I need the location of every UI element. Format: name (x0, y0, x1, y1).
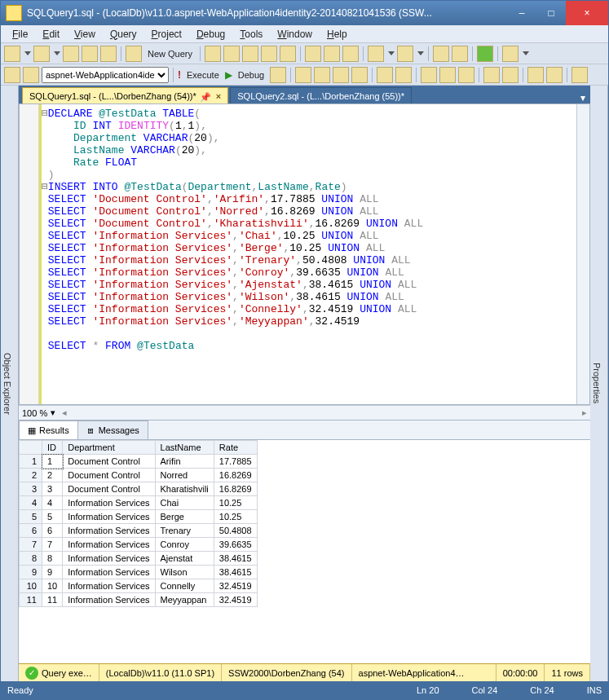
cell[interactable]: Information Services (63, 579, 155, 593)
cell[interactable]: Trenary (155, 524, 214, 538)
menu-project[interactable]: Project (145, 27, 188, 42)
cell[interactable]: Chai (155, 496, 214, 510)
dmx-query-icon[interactable] (261, 46, 277, 62)
query-options-icon[interactable] (333, 67, 349, 83)
connect-icon[interactable] (4, 67, 20, 83)
row-number[interactable]: 7 (20, 538, 42, 552)
save-icon[interactable] (82, 46, 98, 62)
cell[interactable]: Meyyappan (155, 593, 214, 607)
cell[interactable]: Information Services (63, 538, 155, 552)
cell[interactable]: Information Services (63, 566, 155, 579)
row-number[interactable]: 1 (20, 455, 42, 469)
cancel-query-icon[interactable] (270, 67, 286, 83)
save-all-icon[interactable] (100, 46, 117, 62)
cell[interactable]: 10.25 (214, 510, 257, 524)
new-query-label[interactable]: New Query (144, 49, 196, 59)
cell[interactable]: Document Control (63, 482, 155, 496)
cell[interactable]: 16.8269 (214, 469, 257, 482)
row-number[interactable]: 9 (20, 566, 42, 579)
xmla-query-icon[interactable] (280, 46, 296, 62)
zoom-level[interactable]: 100 % (22, 408, 47, 418)
document-tab-0[interactable]: SQLQuery1.sql - (L...\DorbenZhang (54))*… (22, 87, 228, 103)
results-file-icon[interactable] (458, 67, 474, 83)
cell[interactable]: Ajenstat (155, 552, 214, 566)
table-row[interactable]: 55Information ServicesBerge10.25 (20, 510, 258, 524)
table-row[interactable]: 22Document ControlNorred16.8269 (20, 469, 258, 482)
new-query-icon[interactable] (126, 46, 142, 62)
tab-overflow-icon[interactable]: ▾ (576, 92, 590, 103)
object-explorer-panel[interactable]: Object Explorer (1, 86, 19, 681)
minimize-button[interactable]: – (507, 1, 536, 25)
cell[interactable]: Information Services (63, 496, 155, 510)
results-grid-icon[interactable] (439, 67, 456, 83)
table-row[interactable]: 44Information ServicesChai10.25 (20, 496, 258, 510)
column-header-rate[interactable]: Rate (214, 441, 257, 455)
uncomment-icon[interactable] (502, 67, 519, 83)
results-tab[interactable]: ▦ Results (19, 420, 78, 439)
cell[interactable]: Information Services (63, 510, 155, 524)
maximize-button[interactable]: □ (536, 1, 566, 25)
cell[interactable]: 32.4519 (214, 593, 257, 607)
row-number[interactable]: 11 (20, 593, 42, 607)
menu-query[interactable]: Query (104, 27, 143, 42)
code-editor[interactable]: ⊟DECLARE @TestData TABLE( ID INT IDENTIT… (39, 104, 576, 404)
row-number[interactable]: 8 (20, 552, 42, 566)
cell[interactable]: Conroy (155, 538, 214, 552)
find-icon[interactable] (502, 46, 519, 62)
menu-tools[interactable]: Tools (233, 27, 269, 42)
menu-edit[interactable]: Edit (36, 27, 66, 42)
window-titlebar[interactable]: SQLQuery1.sql - (LocalDb)\v11.0.aspnet-W… (1, 1, 608, 25)
open-icon[interactable] (33, 46, 50, 62)
tab-close-icon[interactable]: × (216, 91, 221, 101)
fold-icon[interactable]: ⊟ (42, 108, 48, 120)
cut-icon[interactable] (305, 46, 321, 62)
cell[interactable]: Information Services (63, 593, 155, 607)
cell[interactable]: Kharatishvili (155, 482, 214, 496)
cell[interactable]: Document Control (63, 469, 155, 482)
cell[interactable]: 38.4615 (214, 552, 257, 566)
change-connection-icon[interactable] (23, 67, 39, 83)
menu-debug[interactable]: Debug (190, 27, 232, 42)
cell[interactable]: 5 (42, 510, 63, 524)
table-row[interactable]: 11Document ControlArifin17.7885 (20, 455, 258, 469)
analysis-query-icon[interactable] (223, 46, 240, 62)
cell[interactable]: Connelly (155, 579, 214, 593)
cell[interactable]: Document Control (63, 455, 155, 469)
cell[interactable]: 4 (42, 496, 63, 510)
row-number[interactable]: 2 (20, 469, 42, 482)
close-button[interactable]: × (566, 1, 608, 25)
actual-plan-icon[interactable] (377, 67, 393, 83)
cell[interactable]: 8 (42, 552, 63, 566)
specify-values-icon[interactable] (571, 67, 588, 83)
column-header-department[interactable]: Department (63, 441, 155, 455)
copy-icon[interactable] (324, 46, 340, 62)
fold-icon[interactable]: ⊟ (42, 181, 48, 193)
debug-button[interactable]: Debug (235, 70, 267, 80)
parse-icon[interactable] (295, 67, 311, 83)
cell[interactable]: 11 (42, 593, 63, 607)
undo-icon[interactable] (368, 46, 384, 62)
cell[interactable]: 16.8269 (214, 482, 257, 496)
add-icon[interactable] (63, 46, 79, 62)
row-number[interactable]: 3 (20, 482, 42, 496)
execute-button[interactable]: Execute (183, 70, 223, 80)
new-project-icon[interactable] (4, 46, 20, 62)
table-row[interactable]: 33Document ControlKharatishvili16.8269 (20, 482, 258, 496)
table-row[interactable]: 77Information ServicesConroy39.6635 (20, 538, 258, 552)
cell[interactable]: 10 (42, 579, 63, 593)
row-number[interactable]: 6 (20, 524, 42, 538)
properties-panel[interactable]: Properties (590, 86, 608, 681)
client-stats-icon[interactable] (395, 67, 412, 83)
document-tab-1[interactable]: SQLQuery2.sql - (L...\DorbenZhang (55))* (230, 87, 412, 103)
pin-icon[interactable]: 📌 (200, 92, 208, 100)
nav-fwd-icon[interactable] (452, 46, 468, 62)
results-grid[interactable]: IDDepartmentLastNameRate11Document Contr… (19, 440, 258, 607)
cell[interactable]: Arifin (155, 455, 214, 469)
cell[interactable]: 7 (42, 538, 63, 552)
comment-icon[interactable] (483, 67, 500, 83)
outdent-icon[interactable] (546, 67, 563, 83)
nav-back-icon[interactable] (433, 46, 449, 62)
cell[interactable]: 9 (42, 566, 63, 579)
table-row[interactable]: 1010Information ServicesConnelly32.4519 (20, 579, 258, 593)
column-header-lastname[interactable]: LastName (155, 441, 214, 455)
